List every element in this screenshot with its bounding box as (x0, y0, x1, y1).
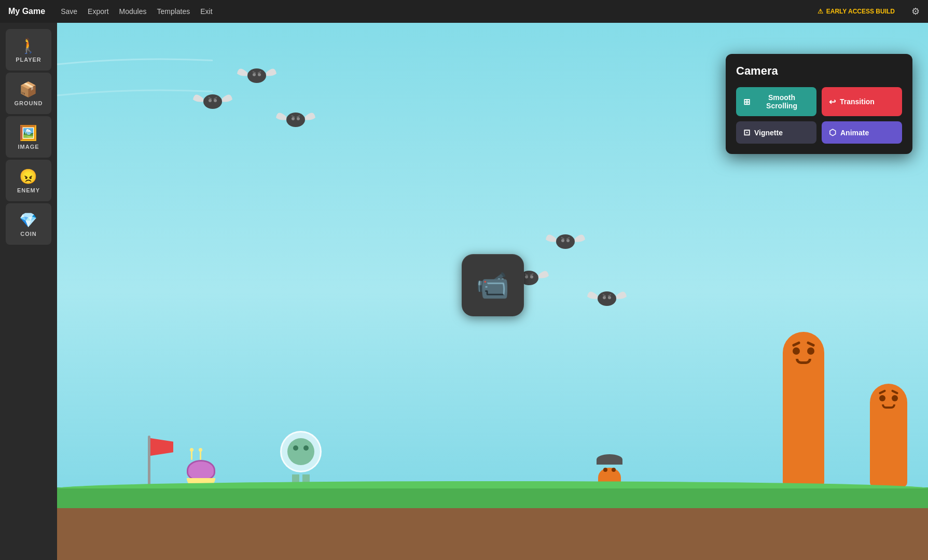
bat-enemy-3 (275, 103, 316, 134)
sidebar-item-player[interactable]: 🚶 PLAYER (6, 29, 51, 71)
menu-templates[interactable]: Templates (157, 7, 190, 16)
snail-ant-right (200, 451, 201, 460)
menu-modules[interactable]: Modules (119, 7, 147, 16)
ground-icon: 📦 (19, 81, 38, 98)
ground-grass (57, 487, 928, 508)
enemy-icon: 😠 (19, 168, 38, 185)
flag-pole (148, 436, 150, 487)
svg-point-25 (598, 291, 616, 306)
svg-point-0 (247, 68, 266, 83)
warning-icon: ⚠ (818, 8, 823, 15)
game-canvas[interactable]: 📹 (57, 23, 928, 560)
sidebar-item-enemy[interactable]: 😠 ENEMY (6, 160, 51, 201)
svg-point-6 (209, 99, 212, 102)
menu-exit[interactable]: Exit (200, 7, 212, 16)
settings-icon[interactable]: ⚙ (911, 6, 920, 17)
svg-point-12 (297, 117, 300, 120)
sidebar-item-coin[interactable]: 💎 COIN (6, 203, 51, 245)
svg-point-27 (608, 296, 611, 299)
player-eyes (287, 445, 314, 451)
transition-button[interactable]: ↩ Transition (822, 87, 902, 116)
player-icon: 🚶 (19, 37, 38, 54)
player-eye-left (293, 445, 298, 451)
menu-export[interactable]: Export (88, 7, 108, 16)
animate-icon: ⬡ (829, 128, 836, 137)
sidebar-item-image[interactable]: 🖼️ IMAGE (6, 116, 51, 158)
coin-icon: 💎 (19, 212, 38, 229)
camera-panel: Camera ⊞ Smooth Scrolling ↩ Transition ⊡… (726, 54, 912, 154)
svg-point-15 (556, 234, 575, 249)
svg-point-2 (258, 73, 261, 76)
orange-enemy-short-1 (870, 384, 907, 487)
bat-enemy-4 (545, 225, 586, 256)
ground-dirt-pattern (57, 508, 928, 560)
topbar: My Game Save Export Modules Templates Ex… (0, 0, 928, 23)
player-helmet (280, 431, 322, 472)
main-area: 🚶 PLAYER 📦 GROUND 🖼️ IMAGE 😠 ENEMY 💎 COI… (0, 23, 928, 560)
svg-point-22 (530, 275, 533, 278)
orange-enemy-tall-1 (783, 332, 824, 487)
transition-icon: ↩ (829, 97, 836, 107)
player-body (287, 438, 314, 465)
bat-enemy-2 (192, 85, 233, 116)
svg-point-5 (203, 94, 222, 109)
svg-point-21 (525, 275, 528, 278)
sidebar: 🚶 PLAYER 📦 GROUND 🖼️ IMAGE 😠 ENEMY 💎 COI… (0, 23, 57, 560)
game-title: My Game (8, 7, 45, 16)
menu-save[interactable]: Save (61, 7, 77, 16)
image-icon: 🖼️ (19, 124, 38, 142)
animate-button[interactable]: ⬡ Animate (822, 121, 902, 144)
camera-video-icon: 📹 (476, 270, 509, 301)
svg-point-17 (566, 239, 570, 242)
svg-point-11 (292, 117, 295, 120)
camera-buttons-grid: ⊞ Smooth Scrolling ↩ Transition ⊡ Vignet… (736, 87, 902, 144)
snail-antennae (191, 451, 201, 460)
snail-shell (187, 460, 215, 481)
svg-point-7 (214, 99, 217, 102)
smooth-scrolling-button[interactable]: ⊞ Smooth Scrolling (736, 87, 816, 116)
svg-point-26 (603, 296, 606, 299)
player-character (280, 431, 322, 485)
bat-enemy-1 (236, 59, 278, 90)
player-eye-right (303, 445, 309, 451)
sidebar-item-ground[interactable]: 📦 GROUND (6, 73, 51, 114)
ground-dirt (57, 508, 928, 560)
bat-enemy-6 (586, 282, 628, 313)
svg-point-16 (561, 239, 564, 242)
early-access-badge: ⚠ EARLY ACCESS BUILD (818, 8, 895, 15)
camera-object[interactable]: 📹 (462, 254, 524, 316)
smooth-scrolling-icon: ⊞ (743, 97, 750, 107)
camera-panel-title: Camera (736, 64, 902, 78)
vignette-button[interactable]: ⊡ Vignette (736, 121, 816, 144)
vignette-icon: ⊡ (743, 128, 750, 137)
svg-point-1 (253, 73, 256, 76)
snail-ant-left (191, 451, 192, 460)
svg-point-10 (286, 113, 305, 127)
